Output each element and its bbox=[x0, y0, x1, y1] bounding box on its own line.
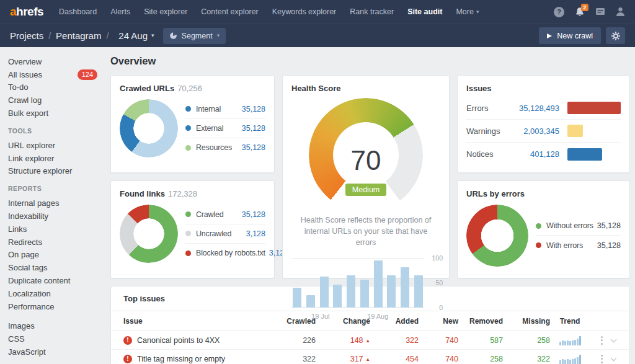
new-crawl-button[interactable]: New crawl bbox=[539, 27, 601, 44]
feedback-icon[interactable] bbox=[595, 7, 605, 17]
breadcrumb-project-name[interactable]: Pentagram bbox=[56, 30, 101, 41]
sidebar-item-to-do[interactable]: To-do bbox=[8, 81, 105, 94]
card-title: Found links172,328 bbox=[111, 181, 274, 198]
history-bar bbox=[293, 288, 301, 308]
card-title: Crawled URLs70,256 bbox=[111, 76, 274, 93]
legend-item-external: External35,128 bbox=[185, 119, 265, 138]
change-value[interactable]: 148▲ bbox=[316, 336, 370, 345]
help-icon[interactable] bbox=[554, 7, 564, 17]
sidebar-item-url-explorer[interactable]: URL explorer bbox=[8, 139, 105, 152]
sidebar-group: TOOLSURL explorerLink explorerStructure … bbox=[8, 127, 105, 177]
sidebar-item-bulk-export[interactable]: Bulk export bbox=[8, 107, 105, 120]
legend-dot bbox=[185, 231, 191, 236]
new-value[interactable]: 740 bbox=[419, 336, 458, 345]
health-score-description: Health Score reflects the proportion of … bbox=[295, 215, 437, 248]
notifications-bell-icon[interactable]: 2 bbox=[575, 7, 585, 17]
segment-button[interactable]: Segment ▾ bbox=[163, 28, 226, 44]
sidebar-item-label: Indexability bbox=[8, 211, 97, 221]
sidebar-item-label: To-do bbox=[8, 82, 97, 92]
sidebar-item-performance[interactable]: Performance bbox=[8, 300, 105, 313]
sidebar-item-all-issues[interactable]: All issues124 bbox=[8, 68, 105, 81]
trend-sparkline bbox=[550, 335, 590, 345]
nav-item-dashboard[interactable]: Dashboard bbox=[52, 0, 104, 24]
removed-value[interactable]: 587 bbox=[458, 336, 503, 345]
issues-breakdown: Errors35,128,493Warnings2,003,345Notices… bbox=[458, 93, 629, 166]
sidebar-item-duplicate-content[interactable]: Duplicate content bbox=[8, 274, 105, 287]
column-header-trend: Trend bbox=[550, 317, 590, 326]
crawled-urls-legend: Internal35,128External35,128Resources35,… bbox=[185, 100, 265, 158]
sidebar-item-label: Links bbox=[8, 224, 97, 234]
sidebar-item-social-tags[interactable]: Social tags bbox=[8, 261, 105, 274]
sidebar-item-structure-explorer[interactable]: Structure explorer bbox=[8, 165, 105, 178]
sidebar-item-crawl-log[interactable]: Crawl log bbox=[8, 94, 105, 107]
legend-value: 35,128 bbox=[597, 221, 621, 230]
issues-count-value[interactable]: 401,128 bbox=[504, 149, 559, 159]
page-title: Overview bbox=[110, 55, 630, 67]
issues-count-value[interactable]: 2,003,345 bbox=[504, 127, 559, 136]
more-options-icon[interactable] bbox=[601, 355, 603, 363]
sidebar-item-images[interactable]: Images bbox=[8, 320, 105, 333]
sidebar-item-links[interactable]: Links bbox=[8, 223, 105, 236]
legend-value[interactable]: 35,128 bbox=[242, 124, 265, 133]
added-value[interactable]: 454 bbox=[370, 355, 419, 363]
issue-name-cell[interactable]: !Canonical points to 4XX bbox=[123, 336, 278, 345]
expand-chevron-icon[interactable] bbox=[611, 355, 617, 361]
more-options-icon[interactable] bbox=[601, 336, 603, 345]
health-history-chart: 100500 bbox=[291, 258, 424, 308]
trend-sparkline bbox=[550, 354, 590, 364]
nav-item-keywords-explorer[interactable]: Keywords explorer bbox=[265, 0, 344, 24]
issue-name-cell[interactable]: !Title tag missing or empty bbox=[123, 355, 278, 363]
legend-value[interactable]: 35,128 bbox=[242, 210, 265, 219]
expand-chevron-icon[interactable] bbox=[611, 336, 617, 342]
nav-item-content-explorer[interactable]: Content explorer bbox=[194, 0, 265, 24]
sidebar-item-javascript[interactable]: JavaScript bbox=[8, 345, 105, 358]
new-value[interactable]: 740 bbox=[419, 355, 458, 363]
nav-item-site-explorer[interactable]: Site explorer bbox=[137, 0, 194, 24]
sidebar-item-overview[interactable]: Overview bbox=[8, 55, 105, 68]
added-value[interactable]: 322 bbox=[370, 336, 419, 345]
missing-value[interactable]: 258 bbox=[503, 336, 550, 345]
pie-chart-icon bbox=[169, 32, 177, 40]
row-actions bbox=[590, 355, 617, 363]
ahrefs-logo[interactable]: ahrefs bbox=[10, 5, 43, 19]
legend-value: 35,128 bbox=[597, 241, 621, 250]
gear-icon bbox=[611, 31, 621, 41]
crawl-date-selector[interactable]: 24 Aug ▾ bbox=[118, 30, 154, 41]
sidebar-item-link-explorer[interactable]: Link explorer bbox=[8, 152, 105, 165]
legend-label: Uncrawled bbox=[196, 229, 242, 238]
sidebar-item-indexability[interactable]: Indexability bbox=[8, 210, 105, 223]
nav-item-site-audit[interactable]: Site audit bbox=[401, 0, 449, 24]
sidebar-item-label: Social tags bbox=[8, 263, 97, 272]
issues-bar-track bbox=[567, 102, 621, 114]
sidebar-item-internal-pages[interactable]: Internal pages bbox=[8, 197, 105, 210]
issues-row-warnings: Warnings2,003,345 bbox=[466, 120, 621, 143]
main-navigation: DashboardAlertsSite explorerContent expl… bbox=[52, 0, 486, 24]
sidebar-item-redirects[interactable]: Redirects bbox=[8, 236, 105, 249]
spark-bar bbox=[562, 340, 564, 345]
sidebar-item-on-page[interactable]: On page bbox=[8, 249, 105, 262]
nav-item-rank-tracker[interactable]: Rank tracker bbox=[343, 0, 401, 24]
logo-text-rest: hrefs bbox=[16, 5, 43, 18]
breadcrumb-projects[interactable]: Projects bbox=[10, 30, 43, 41]
missing-value[interactable]: 322 bbox=[503, 355, 550, 363]
column-header-new: New bbox=[419, 317, 458, 326]
removed-value[interactable]: 258 bbox=[458, 355, 503, 363]
sidebar-item-label: All issues bbox=[8, 70, 78, 79]
account-user-icon[interactable] bbox=[616, 7, 625, 17]
change-value[interactable]: 317▲ bbox=[316, 355, 370, 363]
legend-value[interactable]: 35,128 bbox=[242, 105, 265, 113]
nav-item-more[interactable]: More▾ bbox=[449, 0, 486, 24]
issues-count-value[interactable]: 35,128,493 bbox=[504, 104, 559, 113]
sidebar-section-header: REPORTS bbox=[8, 185, 105, 192]
nav-item-alerts[interactable]: Alerts bbox=[104, 0, 137, 24]
settings-gear-button[interactable] bbox=[606, 27, 625, 44]
table-row: !Title tag missing or empty322317▲454740… bbox=[111, 350, 629, 364]
y-tick-label: 0 bbox=[439, 304, 443, 311]
segment-button-label: Segment bbox=[182, 32, 213, 40]
sidebar-item-label: On page bbox=[8, 250, 97, 259]
legend-value[interactable]: 35,128 bbox=[242, 143, 265, 152]
legend-dot bbox=[185, 125, 191, 131]
sidebar-item-localization[interactable]: Localization bbox=[8, 287, 105, 300]
sidebar-item-css[interactable]: CSS bbox=[8, 332, 105, 345]
legend-value[interactable]: 3,128 bbox=[246, 229, 265, 238]
